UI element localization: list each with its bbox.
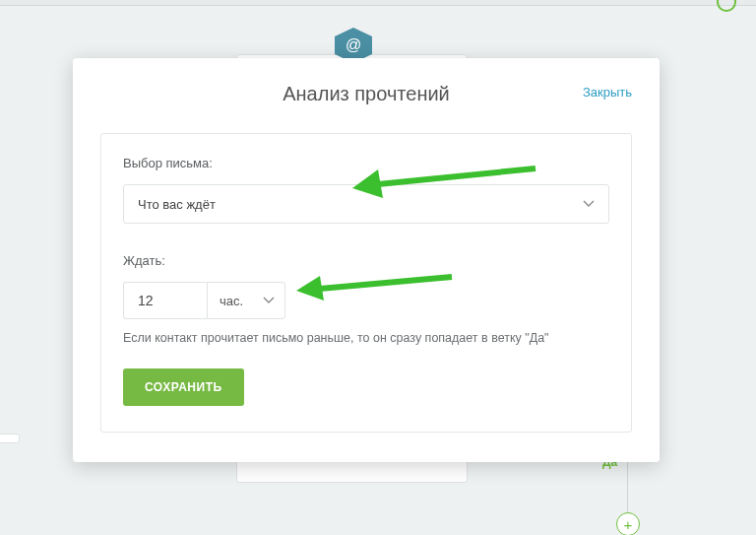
wait-unit-select[interactable]: час.	[207, 282, 285, 319]
wait-row: час.	[123, 282, 609, 319]
read-analysis-modal: Анализ прочтений Закрыть Выбор письма: Ч…	[73, 58, 660, 462]
modal-title: Анализ прочтений	[100, 83, 632, 105]
letter-label: Выбор письма:	[123, 156, 609, 170]
hint-text: Если контакт прочитает письмо раньше, то…	[123, 331, 609, 345]
modal-close-link[interactable]: Закрыть	[583, 85, 632, 100]
letter-select-value: Что вас ждёт	[138, 197, 216, 212]
chevron-down-icon	[263, 297, 275, 304]
letter-select[interactable]: Что вас ждёт	[123, 184, 609, 224]
wait-unit-value: час.	[220, 294, 243, 308]
chevron-down-icon	[583, 200, 595, 208]
modal-body: Выбор письма: Что вас ждёт Ждать: час. Е…	[100, 133, 632, 433]
wait-amount-input[interactable]	[123, 282, 207, 319]
wait-label: Ждать:	[123, 253, 609, 268]
modal-header: Анализ прочтений Закрыть	[100, 83, 632, 105]
save-button[interactable]: СОХРАНИТЬ	[123, 368, 244, 406]
